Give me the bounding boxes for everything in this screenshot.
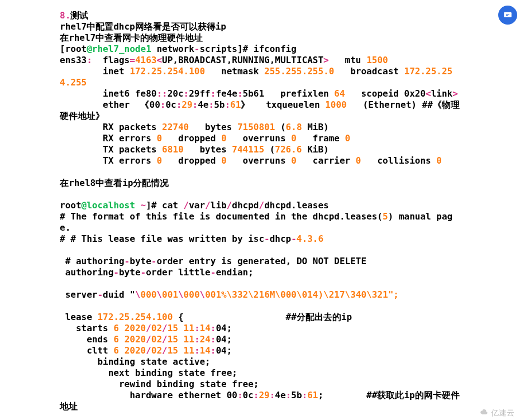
shell-prompt-2: root@localhost ~]# cat /var/lib/dhcpd/dh… xyxy=(60,200,462,211)
blank xyxy=(60,278,520,289)
tx-packets: TX packets 6810 bytes 744115 (726.6 KiB) xyxy=(60,144,462,155)
cloud-icon xyxy=(480,408,489,412)
rx-errors: RX errors 0 dropped 0 overruns 0 frame 0 xyxy=(60,133,462,144)
blank xyxy=(60,189,520,200)
binding-3: rewind binding state free; xyxy=(60,379,462,390)
binding-2: next binding state free; xyxy=(60,367,462,379)
shell-prompt-1: [root@rhel7_node1 network-scripts]# ifco… xyxy=(60,44,462,55)
heading: 8.测试 xyxy=(60,10,462,21)
lease-starts: starts 6 2020/02/15 11:14:04; xyxy=(60,323,462,334)
lease-open: lease 172.25.254.100 { ##分配出去的ip xyxy=(60,312,462,323)
desc-1: rhel7中配置dhcp网络看是否可以获得ip xyxy=(60,21,462,32)
lease-cltt: cltt 6 2020/02/15 11:14:04; xyxy=(60,345,462,356)
authoring-1: # authoring-byte-order entry is generate… xyxy=(60,256,462,267)
ifconfig-ether: ether 《00:0c:29:4e:5b:61》 txqueuelen 100… xyxy=(60,99,462,122)
blank xyxy=(60,300,520,312)
desc-3: 在rhel8中查看ip分配情况 xyxy=(60,178,462,189)
lease-ends: ends 6 2020/02/15 11:24:04; xyxy=(60,334,462,345)
blank xyxy=(60,245,520,256)
authoring-2: authoring-byte-order little-endian; xyxy=(60,267,462,278)
ifconfig-inet6: inet6 fe80::20c:29ff:fe4e:5b61 prefixlen… xyxy=(60,88,462,99)
comment-1: # The format of this file is documented … xyxy=(60,211,462,233)
svg-rect-0 xyxy=(504,12,512,17)
hw-ether: hardware ethernet 00:0c:29:4e:5b:61; ##获… xyxy=(60,390,462,412)
blank xyxy=(60,166,520,178)
tx-errors: TX errors 0 dropped 0 overruns 0 carrier… xyxy=(60,155,462,166)
help-widget[interactable] xyxy=(498,6,517,25)
chat-icon xyxy=(503,10,513,20)
desc-2: 在rhel7中查看网卡的物理硬件地址 xyxy=(60,32,462,44)
binding-1: binding state active; xyxy=(60,356,462,367)
ifconfig-inet: inet 172.25.254.100 netmask 255.255.255.… xyxy=(60,66,462,88)
watermark: 亿速云 xyxy=(480,408,514,413)
server-duid: server-duid "\000\001\000\001%\332\216M\… xyxy=(60,289,462,300)
rx-packets: RX packets 22740 bytes 7150801 (6.8 MiB) xyxy=(60,122,462,133)
ifconfig-line-1: ens33: flags=4163<UP,BROADCAST,RUNNING,M… xyxy=(60,55,462,66)
comment-2: # # This lease file was written by isc-d… xyxy=(60,233,462,245)
